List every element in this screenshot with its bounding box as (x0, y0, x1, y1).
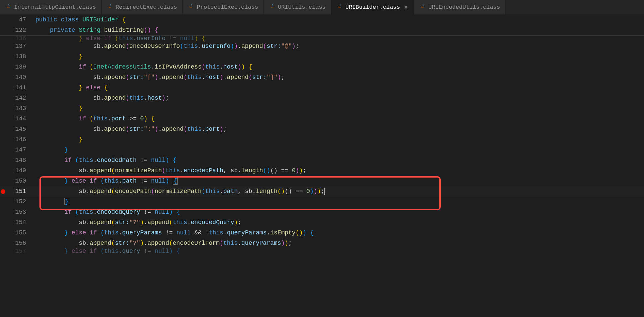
breakpoint-gutter[interactable] (0, 166, 6, 176)
code-text: } else { (33, 83, 108, 93)
tab-uriutils[interactable]: URIUtils.class (264, 0, 331, 14)
breakpoint-icon[interactable] (1, 189, 5, 194)
line-number: 155 (6, 228, 33, 238)
tab-label: URIUtils.class (278, 4, 326, 10)
breakpoint-gutter[interactable] (0, 62, 6, 72)
line-number: 154 (6, 217, 33, 228)
code-text: sb.append(normalizePath(this.encodedPath… (33, 166, 306, 176)
java-icon (5, 4, 11, 11)
code-text: } else if (this.path != null) { (33, 176, 178, 186)
line-number: 143 (6, 103, 33, 114)
line-number: 137 (6, 41, 33, 51)
tab-urlencodedutils[interactable]: URLEncodedUtils.class (414, 0, 506, 14)
line-number: 157 (6, 248, 33, 254)
code-text: sb.append(encodeUserInfo(this.userInfo))… (33, 41, 299, 51)
code-text: } else if (this.queryParams != null && !… (33, 228, 314, 238)
line-number: 122 (6, 25, 33, 35)
code-text: sb.append(str:":").append(this.port); (33, 124, 227, 134)
tab-label: InternalHttpClient.class (14, 4, 96, 10)
code-text: sb.append(str:"[").append(this.host).app… (33, 72, 285, 83)
java-icon (337, 4, 342, 11)
java-icon (107, 4, 112, 11)
code-text: sb.append(str:"?").append(this.encodedQu… (33, 217, 241, 228)
breakpoint-gutter[interactable] (0, 134, 6, 145)
line-number: 140 (6, 72, 33, 83)
line-number: 148 (6, 155, 33, 166)
line-number: 47 (6, 15, 33, 25)
code-text: sb.append(str:"?").append(encodeUrlForm(… (33, 238, 292, 248)
breakpoint-gutter[interactable] (0, 41, 6, 51)
code-text: } else if (this.userInfo != null) { (33, 36, 205, 41)
code-text: sb.append(this.host); (33, 93, 169, 103)
tab-label: RedirectExec.class (116, 4, 177, 10)
breakpoint-gutter[interactable] (0, 197, 6, 207)
breakpoint-gutter[interactable] (0, 15, 6, 25)
line-number: 142 (6, 93, 33, 103)
line-number: 144 (6, 114, 33, 124)
sticky-scroll-header[interactable]: 47 public class URIBuilder { 122 private… (0, 15, 644, 36)
breakpoint-gutter[interactable] (0, 238, 6, 248)
breakpoint-gutter[interactable] (0, 217, 6, 228)
code-text: public class URIBuilder { (33, 15, 126, 25)
tab-uribuilder[interactable]: URIBuilder.class ✕ (331, 0, 414, 14)
breakpoint-gutter[interactable] (0, 207, 6, 217)
tab-protocolexec[interactable]: ProtocolExec.class (183, 0, 264, 14)
java-icon (269, 4, 275, 11)
code-text: if (this.encodedQuery != null) { (33, 207, 180, 217)
breakpoint-gutter[interactable] (0, 176, 6, 186)
tab-label: ProtocolExec.class (197, 4, 258, 10)
java-icon (188, 4, 193, 11)
breakpoint-gutter[interactable] (0, 155, 6, 166)
line-number: 146 (6, 134, 33, 145)
editor-content[interactable]: 136 } else if (this.userInfo != null) { … (0, 36, 644, 254)
breakpoint-gutter[interactable] (0, 103, 6, 114)
line-number: 153 (6, 207, 33, 217)
code-text: } (33, 134, 82, 145)
text-cursor (324, 188, 325, 195)
breakpoint-gutter[interactable] (0, 25, 6, 35)
line-number: 147 (6, 145, 33, 155)
breakpoint-gutter[interactable] (0, 145, 6, 155)
line-number: 152 (6, 197, 33, 207)
code-text: if (this.encodedPath != null) { (33, 155, 176, 166)
tab-redirectexec[interactable]: RedirectExec.class (102, 0, 183, 14)
code-text: } (33, 197, 69, 207)
line-number: 156 (6, 238, 33, 248)
tab-internalhttpclient[interactable]: InternalHttpClient.class (0, 0, 102, 14)
line-number: 151 (6, 186, 33, 197)
breakpoint-gutter[interactable] (0, 72, 6, 83)
code-text: private String buildString() { (33, 25, 158, 35)
code-text: sb.append(encodePath(normalizePath(this.… (33, 186, 325, 197)
tab-label: URLEncodedUtils.class (428, 4, 500, 10)
line-number: 141 (6, 83, 33, 93)
code-text: } (33, 51, 82, 62)
java-icon (420, 4, 425, 11)
breakpoint-gutter[interactable] (0, 124, 6, 134)
line-number: 138 (6, 51, 33, 62)
code-text: } (33, 103, 82, 114)
code-text: } else if (this.query != null) { (33, 248, 180, 254)
line-number: 145 (6, 124, 33, 134)
breakpoint-gutter[interactable] (0, 51, 6, 62)
tab-label: URIBuilder.class (345, 4, 400, 10)
breakpoint-gutter[interactable] (0, 228, 6, 238)
close-icon[interactable]: ✕ (403, 5, 409, 10)
line-number: 136 (6, 36, 33, 41)
line-number: 139 (6, 62, 33, 72)
breakpoint-gutter[interactable] (0, 114, 6, 124)
breakpoint-gutter[interactable] (0, 186, 6, 197)
line-number: 149 (6, 166, 33, 176)
tab-bar: InternalHttpClient.class RedirectExec.cl… (0, 0, 644, 15)
line-number: 150 (6, 176, 33, 186)
code-text: } (33, 145, 68, 155)
code-text: if (InetAddressUtils.isIPv6Address(this.… (33, 62, 252, 72)
breakpoint-gutter[interactable] (0, 93, 6, 103)
breakpoint-gutter[interactable] (0, 83, 6, 93)
code-text: if (this.port >= 0) { (33, 114, 155, 124)
